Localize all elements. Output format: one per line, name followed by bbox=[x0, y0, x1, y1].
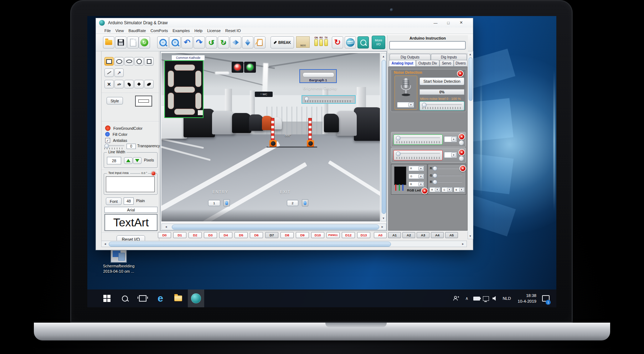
clock[interactable]: 18:38 10-4-2019 bbox=[514, 289, 536, 307]
eyedropper-tool[interactable] bbox=[124, 80, 134, 88]
exit-counter[interactable]: 2 bbox=[287, 200, 298, 206]
canvas-vertical-scrollbar[interactable]: ▲ ▼ bbox=[381, 53, 386, 221]
pin-a0[interactable]: A0 bbox=[374, 232, 387, 238]
window-horizontal-scrollbar[interactable]: ◄ ► bbox=[101, 241, 467, 247]
tab-analog-input[interactable]: Analog Input bbox=[389, 60, 416, 67]
fill-color-row[interactable]: Fill Color bbox=[105, 132, 127, 137]
pin-d3[interactable]: D3 bbox=[204, 232, 217, 238]
zoom-in-button[interactable]: + bbox=[169, 36, 181, 48]
canvas-horizontal-scrollbar[interactable]: ◄ ► bbox=[161, 224, 386, 230]
scroll-up-arrow[interactable]: ▲ bbox=[381, 54, 386, 58]
menu-file[interactable]: File bbox=[104, 29, 111, 33]
delete-tool[interactable]: ✕ bbox=[104, 80, 114, 88]
tab-outputs-div[interactable]: Outputs Div bbox=[416, 60, 439, 67]
people-button[interactable] bbox=[452, 289, 461, 307]
undo-button[interactable]: ↶ bbox=[181, 36, 193, 48]
pin-d2[interactable]: D2 bbox=[189, 232, 202, 238]
rectangle-tool[interactable] bbox=[104, 57, 114, 66]
font-size-input[interactable]: 48 bbox=[124, 197, 134, 205]
font-button[interactable]: Font bbox=[106, 197, 122, 205]
connect-button[interactable] bbox=[345, 36, 356, 48]
g-slider-thumb[interactable] bbox=[433, 173, 437, 178]
line-width-input[interactable]: 28 bbox=[107, 157, 121, 164]
rotate-ccw-button[interactable]: ↺90 bbox=[206, 36, 217, 48]
rgb-r-pin-select[interactable]: R bbox=[408, 166, 424, 171]
seven-segment-display[interactable] bbox=[164, 60, 203, 118]
b-slider-thumb[interactable] bbox=[433, 180, 437, 184]
pin-d7[interactable]: D7 bbox=[265, 232, 278, 238]
r-out-select[interactable]: R bbox=[429, 187, 441, 192]
screenshot-thumbnail[interactable] bbox=[111, 249, 127, 262]
antialias-row[interactable]: ✓ Antialias bbox=[105, 138, 127, 143]
pin-d6[interactable]: D6 bbox=[250, 232, 263, 238]
bargraph-widget[interactable]: Bargraph 1 bbox=[299, 69, 337, 83]
pin-d4[interactable]: D4 bbox=[219, 232, 232, 238]
pin-pwm11[interactable]: PWM11 bbox=[326, 232, 340, 238]
red-led-box[interactable] bbox=[232, 62, 243, 73]
scroll-down-arrow[interactable]: ▼ bbox=[468, 234, 473, 238]
break-button[interactable]: BREAK bbox=[271, 36, 294, 48]
pin-d0[interactable]: D0 bbox=[158, 232, 171, 238]
entry-barrier-arm[interactable] bbox=[271, 118, 274, 142]
menu-baudrate[interactable]: BaudRate bbox=[128, 29, 146, 33]
fill-tool[interactable] bbox=[134, 80, 144, 88]
maximize-button[interactable]: □ bbox=[443, 19, 454, 26]
baud-rate-box[interactable]: 9600 bbox=[296, 36, 310, 48]
entry-barrier-base[interactable] bbox=[269, 140, 277, 147]
foreground-color-row[interactable]: ForeGroundColor bbox=[105, 125, 143, 131]
foreground-color-swatch[interactable] bbox=[105, 125, 110, 131]
pin-d13[interactable]: D13 bbox=[357, 232, 370, 238]
fill-color-swatch[interactable] bbox=[105, 132, 110, 137]
pin-d5[interactable]: D5 bbox=[235, 232, 248, 238]
rgb-g-pin-select[interactable]: G bbox=[408, 174, 424, 179]
start-noise-detection-button[interactable]: Start Noise Detection bbox=[419, 77, 464, 85]
menu-comports[interactable]: ComPorts bbox=[150, 29, 168, 33]
scroll-left-arrow[interactable]: ◄ bbox=[164, 225, 168, 229]
exit-counter-icon[interactable] bbox=[302, 199, 308, 206]
battery-indicator[interactable] bbox=[472, 289, 481, 307]
language-indicator[interactable]: NLD bbox=[501, 289, 513, 307]
tab-servo[interactable]: Servo bbox=[439, 60, 454, 67]
volume-indicator[interactable] bbox=[491, 289, 499, 307]
text-input-area[interactable] bbox=[106, 176, 155, 192]
scroll-thumb[interactable] bbox=[172, 225, 379, 230]
pin-select-1[interactable] bbox=[444, 136, 457, 142]
refresh-button[interactable]: ↻ bbox=[139, 36, 150, 48]
pin-a4[interactable]: A4 bbox=[431, 232, 444, 238]
scroll-right-arrow[interactable]: ► bbox=[461, 242, 465, 246]
seven-segment-label[interactable]: Common Kathode bbox=[171, 55, 205, 61]
entry-counter-icon[interactable] bbox=[223, 199, 230, 206]
minimize-button[interactable]: — bbox=[430, 19, 441, 26]
scroll-down-arrow[interactable]: ▼ bbox=[381, 216, 386, 220]
pin-select-2[interactable] bbox=[444, 152, 457, 158]
menu-help[interactable]: Help bbox=[195, 29, 203, 33]
eraser-tool[interactable] bbox=[144, 80, 154, 88]
taskbar-search-button[interactable] bbox=[117, 289, 133, 307]
close-slider-1-button[interactable] bbox=[458, 133, 465, 140]
green-led-box[interactable] bbox=[244, 62, 256, 73]
redo-button[interactable]: ↷ bbox=[194, 36, 205, 48]
close-button[interactable]: ✕ bbox=[456, 19, 467, 26]
menu-reset-io[interactable]: Reset IO bbox=[225, 29, 241, 33]
pin-a1[interactable]: A1 bbox=[388, 232, 401, 238]
save-button[interactable] bbox=[115, 36, 127, 48]
flip-horizontal-button[interactable] bbox=[242, 36, 253, 48]
pin-d9[interactable]: D9 bbox=[296, 232, 309, 238]
green-led[interactable] bbox=[246, 63, 254, 71]
scroll-right-arrow[interactable]: ► bbox=[380, 225, 385, 229]
pin-d10[interactable]: D10 bbox=[311, 232, 324, 238]
tray-expand-button[interactable]: ∧ bbox=[463, 289, 471, 307]
brightness-slider[interactable] bbox=[302, 95, 356, 104]
open-button[interactable] bbox=[103, 36, 114, 48]
close-noise-button[interactable] bbox=[457, 70, 464, 77]
stop-record-button[interactable] bbox=[151, 171, 156, 176]
pin-a5[interactable]: A5 bbox=[445, 232, 458, 238]
edge-button[interactable]: e bbox=[152, 289, 169, 307]
flip-vertical-button[interactable] bbox=[230, 36, 241, 48]
square-tool[interactable] bbox=[144, 57, 154, 66]
exit-barrier-base[interactable] bbox=[307, 140, 314, 147]
search-tool-button[interactable] bbox=[357, 36, 369, 48]
b-out-select[interactable]: B bbox=[454, 187, 465, 192]
arrow-tool[interactable]: ↗ bbox=[114, 68, 124, 77]
line-style-preview[interactable] bbox=[135, 96, 152, 107]
